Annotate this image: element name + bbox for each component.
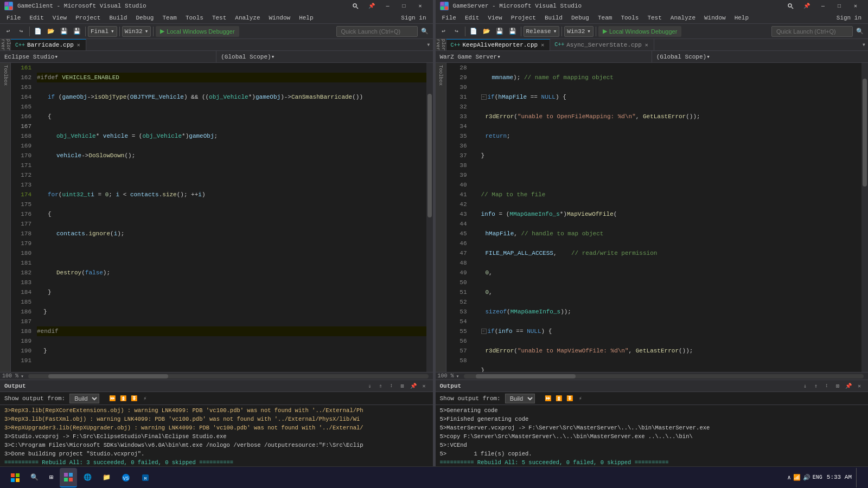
search-btn-right[interactable]	[782, 0, 799, 12]
output-ctrl1-left[interactable]: ⇓	[366, 382, 374, 390]
file-tab-close-left[interactable]: ✕	[76, 41, 81, 49]
scope-global-right[interactable]: (Global Scope) ▾	[652, 51, 868, 62]
menu-analyze-left[interactable]: Analyze	[231, 14, 264, 22]
menu-file-right[interactable]: File	[438, 14, 461, 22]
minimize-btn-left[interactable]: —	[380, 0, 396, 12]
menu-view-right[interactable]: View	[483, 14, 506, 22]
toolbox-label-left[interactable]: Toolbox	[2, 63, 9, 88]
output-ctrl4-left[interactable]: ⊠	[398, 382, 407, 390]
search-icon-right[interactable]: 🔍	[854, 25, 866, 37]
output-fb3-right[interactable]: ⏬	[565, 394, 574, 403]
tb-saveall-left[interactable]: 💾	[71, 25, 83, 37]
output-fb4-left[interactable]: ⚡	[141, 394, 149, 403]
menu-file-left[interactable]: File	[2, 14, 25, 22]
menu-project-right[interactable]: Project	[507, 14, 540, 22]
zoom-level-left[interactable]: 100 %	[2, 373, 18, 379]
taskbar-app2[interactable]: M	[137, 468, 154, 487]
maximize-btn-left[interactable]: □	[396, 0, 412, 12]
file-tab-close-async[interactable]: ✕	[644, 41, 649, 49]
output-ctrl2-left[interactable]: ⇑	[376, 382, 385, 390]
output-fb1-right[interactable]: ⏩	[544, 394, 552, 403]
scope-project-left[interactable]: Eclipse Studio ▾	[0, 51, 216, 62]
menu-build-right[interactable]: Build	[540, 14, 567, 22]
output-ctrl4-right[interactable]: ⊠	[833, 382, 842, 390]
tb-open-right[interactable]: 📂	[481, 25, 493, 37]
file-tab-async[interactable]: C++ Async_ServerState.cpp ✕	[550, 39, 654, 50]
output-fb2-right[interactable]: ⏫	[554, 394, 563, 403]
pin-btn-left[interactable]: 📌	[363, 0, 380, 12]
output-ctrl2-right[interactable]: ⇑	[812, 382, 820, 390]
close-btn-right[interactable]: ✕	[847, 0, 864, 12]
scrollbar-thumb-left[interactable]	[427, 94, 432, 217]
output-close-right[interactable]: ✕	[855, 382, 864, 390]
file-tab-barricade[interactable]: C++ Barricade.cpp ✕	[11, 39, 86, 50]
sign-in-right[interactable]: Sign in	[832, 14, 866, 22]
menu-window-right[interactable]: Window	[700, 14, 730, 22]
menu-tools-left[interactable]: Tools	[181, 14, 208, 22]
server-explorer-tab-left[interactable]: Server Explorer	[0, 39, 11, 50]
run-btn-right[interactable]: ▶ Local Windows Debugger	[598, 26, 681, 37]
scope-project-right[interactable]: WarZ Game Server ▾	[436, 51, 652, 62]
maximize-btn-right[interactable]: □	[831, 0, 847, 12]
output-filter-select-left[interactable]: Build	[69, 394, 99, 403]
search-input-right[interactable]	[771, 26, 853, 37]
menu-view-left[interactable]: View	[48, 14, 71, 22]
tray-network[interactable]: 📶	[793, 474, 801, 481]
menu-debug-right[interactable]: Debug	[567, 14, 593, 22]
menu-edit-left[interactable]: Edit	[25, 14, 48, 22]
code-lines-right[interactable]: mmname); // name of mapping object −if(h…	[470, 63, 869, 372]
minimize-btn-right[interactable]: —	[815, 0, 831, 12]
menu-project-left[interactable]: Project	[71, 14, 105, 22]
code-editor-right[interactable]: 28 29 30 31 32 33 34 35 36 37 38 39 40 4…	[446, 63, 869, 372]
output-close-left[interactable]: ✕	[420, 382, 429, 390]
search-input-left[interactable]	[336, 26, 418, 37]
menu-window-left[interactable]: Window	[265, 14, 295, 22]
taskbar-vs-left[interactable]	[60, 468, 77, 487]
tray-up-arrow[interactable]: ∧	[787, 474, 791, 481]
zoom-down-left[interactable]: ▾	[21, 373, 24, 380]
taskbar-chrome[interactable]: 🌐	[79, 468, 96, 487]
tab-dropdown-left[interactable]: ▾	[424, 39, 432, 50]
menu-tools-right[interactable]: Tools	[616, 14, 643, 22]
menu-build-left[interactable]: Build	[105, 14, 131, 22]
toolbox-label-right[interactable]: Toolbox	[437, 63, 444, 88]
tb-save-left[interactable]: 💾	[58, 25, 70, 37]
output-pin-left[interactable]: 📌	[409, 382, 418, 390]
taskbar-explorer[interactable]: 📁	[98, 468, 115, 487]
output-fb2-left[interactable]: ⏫	[119, 394, 127, 403]
output-filter-select-right[interactable]: Build	[505, 394, 535, 403]
file-tab-keepalive[interactable]: C++ KeepAliveReporter.cpp ✕	[446, 39, 551, 50]
tray-volume[interactable]: 🔊	[803, 474, 810, 481]
run-btn-left[interactable]: ▶ Local Windows Debugger	[156, 26, 239, 37]
config-dropdown-left[interactable]: Final ▾	[88, 26, 117, 37]
output-ctrl3-left[interactable]: ↕	[387, 382, 396, 390]
tab-dropdown-right[interactable]: ▾	[860, 39, 868, 50]
menu-help-right[interactable]: Help	[730, 14, 753, 22]
tb-redo-left[interactable]: ↪	[15, 25, 27, 37]
tb-saveall-right[interactable]: 💾	[507, 25, 519, 37]
platform-dropdown-left[interactable]: Win32 ▾	[122, 26, 151, 37]
close-btn-left[interactable]: ✕	[412, 0, 429, 12]
tb-undo-left[interactable]: ↩	[2, 25, 14, 37]
taskbar-clock[interactable]: 5:33 AM	[827, 473, 852, 481]
tb-new-left[interactable]: 📄	[32, 25, 44, 37]
menu-team-left[interactable]: Team	[158, 14, 181, 22]
sign-in-left[interactable]: Sign in	[397, 14, 430, 22]
output-ctrl3-right[interactable]: ↕	[822, 382, 831, 390]
output-fb1-left[interactable]: ⏩	[108, 394, 117, 403]
output-fb3-left[interactable]: ⏬	[130, 394, 138, 403]
code-lines-left[interactable]: #ifdef VEHICLES_ENABLED if (gameObj->isO…	[35, 63, 433, 372]
menu-help-left[interactable]: Help	[295, 14, 317, 22]
h-scrollbar-right[interactable]	[464, 374, 864, 378]
menu-edit-right[interactable]: Edit	[461, 14, 483, 22]
scrollbar-thumb-right[interactable]	[863, 79, 867, 187]
output-fb4-right[interactable]: ⚡	[576, 394, 585, 403]
menu-team-right[interactable]: Team	[593, 14, 616, 22]
taskbar-search[interactable]: 🔍	[26, 468, 43, 487]
tray-lang[interactable]: ENG	[813, 474, 822, 480]
pin-btn-right[interactable]: 📌	[799, 0, 815, 12]
server-explorer-tab-right[interactable]: Server Explorer	[436, 39, 446, 50]
menu-analyze-right[interactable]: Analyze	[666, 14, 700, 22]
menu-test-left[interactable]: Test	[208, 14, 231, 22]
output-ctrl1-right[interactable]: ⇓	[801, 382, 809, 390]
